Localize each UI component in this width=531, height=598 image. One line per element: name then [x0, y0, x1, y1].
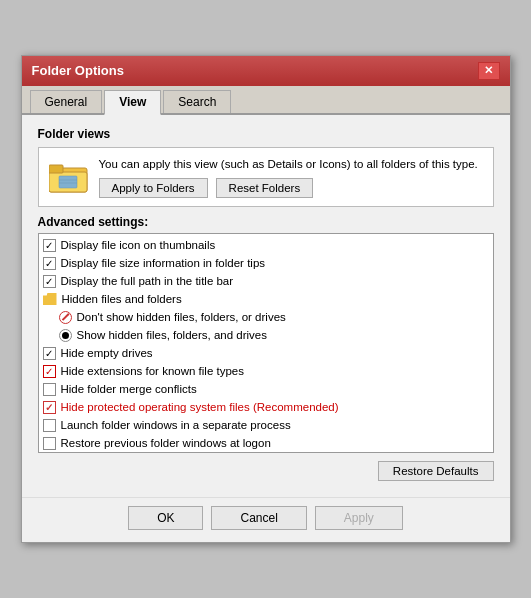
- checkbox[interactable]: ✓: [43, 275, 56, 288]
- list-item-folder-header: Hidden files and folders: [39, 290, 493, 308]
- checkbox-red[interactable]: ✓: [43, 365, 56, 378]
- radio-on[interactable]: [59, 329, 72, 342]
- svg-rect-2: [49, 165, 63, 173]
- folder-icon: [49, 160, 89, 195]
- settings-list-container: ✓ Display file icon on thumbnails ✓ Disp…: [38, 233, 494, 453]
- list-item[interactable]: Launch folder windows in a separate proc…: [39, 416, 493, 434]
- checkbox-strikethrough[interactable]: ✓: [43, 401, 56, 414]
- checkbox[interactable]: [43, 419, 56, 432]
- list-item[interactable]: Show hidden files, folders, and drives: [39, 326, 493, 344]
- checkbox[interactable]: ✓: [43, 239, 56, 252]
- reset-folders-button[interactable]: Reset Folders: [216, 178, 314, 198]
- folder-views-box: You can apply this view (such as Details…: [38, 147, 494, 207]
- restore-defaults-container: Restore Defaults: [38, 461, 494, 481]
- advanced-settings-label: Advanced settings:: [38, 215, 494, 229]
- item-label: Hide empty drives: [61, 347, 153, 359]
- cancel-button[interactable]: Cancel: [211, 506, 306, 530]
- list-item[interactable]: ✓ Display file size information in folde…: [39, 254, 493, 272]
- list-item[interactable]: Don't show hidden files, folders, or dri…: [39, 308, 493, 326]
- apply-button[interactable]: Apply: [315, 506, 403, 530]
- item-label: Hide protected operating system files (R…: [61, 401, 339, 413]
- item-label: Display file icon on thumbnails: [61, 239, 216, 251]
- close-button[interactable]: ✕: [478, 62, 500, 80]
- title-bar: Folder Options ✕: [22, 56, 510, 86]
- item-label: Display file size information in folder …: [61, 257, 266, 269]
- list-item[interactable]: ✓ Display file icon on thumbnails: [39, 236, 493, 254]
- checkbox[interactable]: ✓: [43, 347, 56, 360]
- checkbox[interactable]: [43, 383, 56, 396]
- list-item[interactable]: Hide folder merge conflicts: [39, 380, 493, 398]
- tab-view[interactable]: View: [104, 90, 161, 115]
- folder-views-buttons: Apply to Folders Reset Folders: [99, 178, 478, 198]
- item-label: Hidden files and folders: [62, 293, 182, 305]
- svg-rect-3: [59, 176, 77, 188]
- settings-list[interactable]: ✓ Display file icon on thumbnails ✓ Disp…: [39, 234, 493, 452]
- checkbox[interactable]: ✓: [43, 257, 56, 270]
- folder-views-description: You can apply this view (such as Details…: [99, 156, 478, 198]
- list-item[interactable]: Restore previous folder windows at logon: [39, 434, 493, 452]
- list-item[interactable]: ✓ Hide protected operating system files …: [39, 398, 493, 416]
- checkbox[interactable]: [43, 437, 56, 450]
- tabs-container: General View Search: [22, 86, 510, 115]
- dialog-title: Folder Options: [32, 63, 124, 78]
- item-label: Hide folder merge conflicts: [61, 383, 197, 395]
- list-item[interactable]: ✓ Hide extensions for known file types: [39, 362, 493, 380]
- folder-options-dialog: Folder Options ✕ General View Search Fol…: [21, 55, 511, 543]
- list-item[interactable]: ✓ Hide empty drives: [39, 344, 493, 362]
- item-label: Don't show hidden files, folders, or dri…: [77, 311, 286, 323]
- ok-button[interactable]: OK: [128, 506, 203, 530]
- radio-off[interactable]: [59, 311, 72, 324]
- folder-views-label: Folder views: [38, 127, 494, 141]
- item-label: Restore previous folder windows at logon: [61, 437, 271, 449]
- item-label: Hide extensions for known file types: [61, 365, 244, 377]
- folder-small-icon: [43, 293, 57, 305]
- tab-content: Folder views You can apply this view (su…: [22, 115, 510, 497]
- apply-to-folders-button[interactable]: Apply to Folders: [99, 178, 208, 198]
- list-item[interactable]: ✓ Display the full path in the title bar: [39, 272, 493, 290]
- tab-general[interactable]: General: [30, 90, 103, 113]
- item-label: Show hidden files, folders, and drives: [77, 329, 268, 341]
- tab-search[interactable]: Search: [163, 90, 231, 113]
- item-label: Launch folder windows in a separate proc…: [61, 419, 291, 431]
- dialog-buttons: OK Cancel Apply: [22, 497, 510, 542]
- item-label: Display the full path in the title bar: [61, 275, 234, 287]
- restore-defaults-button[interactable]: Restore Defaults: [378, 461, 494, 481]
